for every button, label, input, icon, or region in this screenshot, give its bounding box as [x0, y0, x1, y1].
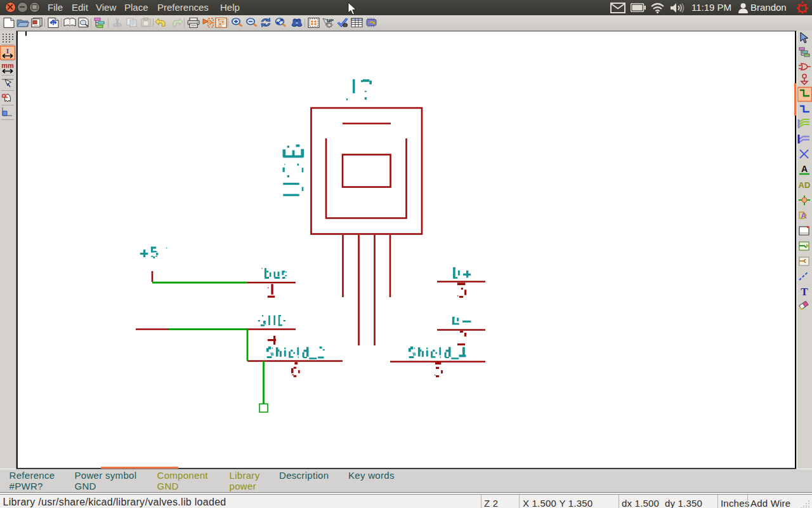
svg-text:T: T — [801, 286, 808, 298]
svg-text:A: A — [801, 164, 807, 174]
svg-text:I: I — [6, 47, 9, 55]
svg-text:UP: UP — [327, 18, 334, 23]
svg-text:AD: AD — [798, 180, 810, 190]
svg-text:mm: mm — [1, 62, 14, 69]
